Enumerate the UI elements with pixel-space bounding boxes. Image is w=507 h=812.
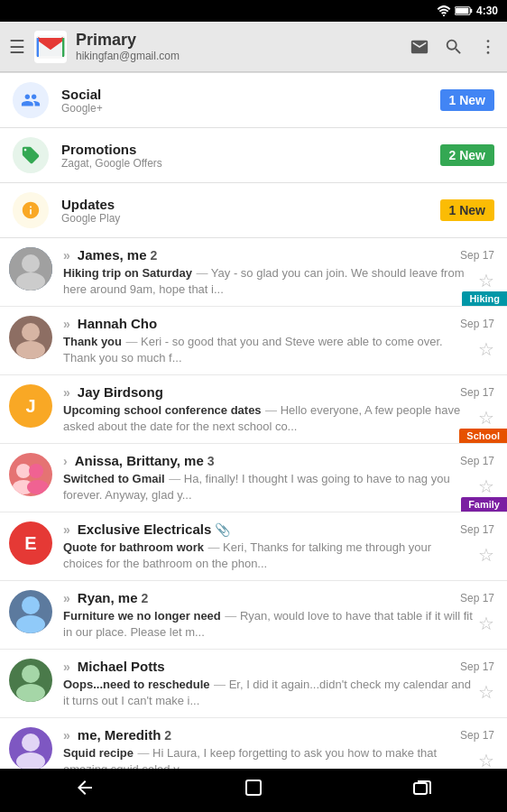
category-updates[interactable]: Updates Google Play 1 New	[0, 183, 507, 238]
social-category-text: Social Google+	[61, 87, 440, 115]
label-tag: School	[459, 429, 507, 443]
svg-point-21	[27, 480, 49, 494]
avatar	[9, 316, 52, 359]
svg-rect-2	[470, 9, 472, 13]
updates-category-text: Updates Google Play	[61, 197, 440, 225]
star-icon[interactable]: ☆	[478, 338, 494, 360]
email-content: » James, me 2 Sep 17 Hiking trip on Satu…	[63, 247, 494, 297]
app-header: ☰ Primary hikingfan@gmail.com	[0, 22, 507, 72]
header-actions	[410, 37, 498, 57]
email-list: » James, me 2 Sep 17 Hiking trip on Satu…	[0, 238, 507, 780]
recent-apps-button[interactable]	[411, 777, 433, 804]
bottom-navigation	[0, 769, 507, 812]
back-button[interactable]	[74, 777, 96, 804]
table-row[interactable]: » Ryan, me 2 Sep 17 Furniture we no long…	[0, 581, 507, 650]
label-tag: Family	[461, 497, 507, 512]
social-category-name: Social	[61, 87, 440, 102]
star-icon[interactable]: ☆	[478, 270, 494, 291]
svg-point-9	[487, 45, 490, 48]
email-date: Sep 17	[460, 455, 494, 467]
email-date: Sep 17	[460, 729, 494, 742]
email-date: Sep 17	[460, 386, 494, 399]
table-row[interactable]: » Hannah Cho Sep 17 Thank you — Keri - s…	[0, 307, 507, 375]
star-icon[interactable]: ☆	[478, 475, 494, 497]
star-icon[interactable]: ☆	[478, 544, 494, 566]
home-button[interactable]	[243, 777, 264, 804]
email-subject: Squid recipe	[63, 746, 134, 760]
svg-point-26	[22, 665, 40, 683]
email-subject: Thank you	[63, 335, 122, 348]
svg-point-12	[22, 254, 40, 272]
category-promotions[interactable]: Promotions Zagat, Google Offers 2 New	[0, 128, 507, 183]
header-title: Primary	[76, 31, 410, 51]
avatar	[9, 247, 52, 291]
updates-category-sub: Google Play	[61, 212, 440, 225]
promotions-category-icon	[13, 137, 49, 173]
svg-point-24	[16, 615, 45, 633]
svg-point-29	[22, 734, 40, 752]
table-row[interactable]: » Michael Potts Sep 17 Oops...need to re…	[0, 650, 507, 718]
email-subject: Hiking trip on Saturday	[63, 266, 192, 280]
star-icon[interactable]: ☆	[478, 613, 494, 634]
svg-rect-34	[246, 780, 261, 795]
email-sender: › Anissa, Brittany, me 3	[63, 453, 215, 468]
social-category-icon	[13, 82, 49, 118]
svg-point-16	[16, 341, 45, 359]
email-date: Sep 17	[460, 318, 494, 330]
email-subject: Upcoming school conference dates	[63, 403, 262, 417]
svg-rect-35	[414, 783, 427, 794]
battery-icon	[455, 5, 473, 16]
label-tag: Hiking	[462, 291, 507, 306]
promotions-category-sub: Zagat, Google Offers	[61, 157, 440, 170]
email-date: Sep 17	[460, 660, 494, 673]
status-bar: 4:30	[0, 0, 507, 22]
table-row[interactable]: E » Exclusive Electricals 📎 Sep 17 Quote…	[0, 512, 507, 581]
menu-icon[interactable]: ☰	[9, 36, 25, 58]
svg-point-15	[22, 323, 40, 341]
svg-rect-3	[456, 8, 468, 14]
promotions-new-badge: 2 New	[440, 144, 494, 166]
compose-icon[interactable]	[410, 37, 429, 57]
email-subject: Quote for bathroom work	[63, 540, 204, 554]
social-category-sub: Google+	[61, 102, 440, 115]
email-sender: » me, Meredith 2	[63, 727, 171, 743]
header-title-group: Primary hikingfan@gmail.com	[76, 31, 410, 63]
email-content: » Exclusive Electricals 📎 Sep 17 Quote f…	[63, 521, 494, 571]
svg-point-23	[22, 596, 40, 614]
svg-rect-7	[62, 39, 64, 57]
email-sender: » Hannah Cho	[63, 316, 157, 331]
email-sender: » Jay Birdsong	[63, 384, 163, 400]
avatar	[9, 727, 52, 770]
avatar	[9, 453, 52, 496]
promotions-category-name: Promotions	[61, 142, 440, 157]
email-sender: » Ryan, me 2	[63, 590, 148, 605]
email-subject: Switched to Gmail	[63, 472, 165, 485]
more-icon[interactable]	[478, 37, 498, 57]
table-row[interactable]: » James, me 2 Sep 17 Hiking trip on Satu…	[0, 238, 507, 307]
star-icon[interactable]: ☆	[478, 407, 494, 429]
table-row[interactable]: › Anissa, Brittany, me 3 Sep 17 Switched…	[0, 444, 507, 512]
avatar: J	[9, 384, 52, 428]
svg-point-8	[487, 40, 490, 42]
table-row[interactable]: J » Jay Birdsong Sep 17 Upcoming school …	[0, 375, 507, 444]
svg-point-18	[16, 464, 31, 478]
svg-point-13	[16, 272, 45, 291]
social-new-badge: 1 New	[440, 89, 494, 111]
svg-point-30	[16, 752, 45, 770]
category-social[interactable]: Social Google+ 1 New	[0, 73, 507, 128]
email-sender: » Exclusive Electricals 📎	[63, 521, 235, 537]
email-content: » Jay Birdsong Sep 17 Upcoming school co…	[63, 384, 494, 434]
gmail-logo	[34, 31, 67, 63]
status-time: 4:30	[476, 5, 498, 17]
avatar	[9, 659, 52, 702]
email-date: Sep 17	[460, 592, 494, 604]
avatar: E	[9, 521, 52, 565]
search-icon[interactable]	[444, 37, 464, 57]
star-icon[interactable]: ☆	[478, 681, 494, 703]
avatar	[9, 590, 52, 633]
svg-rect-6	[37, 39, 39, 57]
header-email: hikingfan@gmail.com	[76, 50, 410, 62]
email-sender: » James, me 2	[63, 247, 157, 263]
updates-category-name: Updates	[61, 197, 440, 212]
email-date: Sep 17	[460, 249, 494, 262]
